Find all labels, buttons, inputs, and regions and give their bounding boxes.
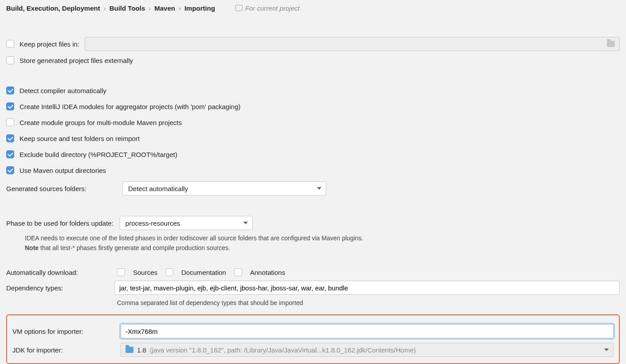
checkbox-keep-project-files[interactable] — [6, 40, 14, 48]
label-dl-sources: Sources — [133, 269, 157, 276]
checkbox-dl-documentation[interactable] — [165, 268, 173, 276]
select-phase[interactable]: process-resources — [120, 216, 253, 230]
checkbox-dl-annotations[interactable] — [234, 268, 242, 276]
phase-help-1: IDEA needs to execute one of the listed … — [25, 235, 620, 242]
jdk-version: 1.8 — [137, 346, 146, 354]
row-vm-options: VM options for importer: — [12, 324, 614, 338]
label-vm-options: VM options for importer: — [12, 328, 114, 335]
row-exclude-build: Exclude build directory (%PROJECT_ROOT%/… — [6, 148, 620, 161]
label-keep-source: Keep source and test folders on reimport — [20, 135, 140, 142]
row-auto-download: Automatically download: Sources Document… — [6, 268, 620, 276]
row-use-maven-output: Use Maven output directories — [6, 164, 620, 177]
checkbox-keep-source[interactable] — [6, 134, 14, 142]
input-keep-project-files-path[interactable] — [85, 37, 620, 51]
importer-highlight-box: VM options for importer: JDK for importe… — [6, 314, 620, 364]
hint-dependency-types: Comma separated list of dependency types… — [117, 299, 620, 306]
select-generated-sources[interactable]: Detect automatically — [122, 181, 326, 196]
label-auto-download: Automatically download: — [6, 269, 109, 276]
row-store-external: Store generated project files externally — [6, 54, 620, 67]
row-detect-compiler: Detect compiler automatically — [6, 84, 620, 97]
select-generated-sources-value: Detect automatically — [128, 185, 188, 192]
label-keep-project-files: Keep project files in: — [20, 40, 79, 48]
row-create-groups: Create module groups for multi-module Ma… — [6, 116, 620, 129]
breadcrumb-sep: › — [179, 4, 181, 12]
label-generated-sources: Generated sources folders: — [6, 185, 116, 192]
scope-label: For current project — [245, 4, 300, 12]
chevron-down-icon — [317, 187, 321, 190]
breadcrumb: Build, Execution, Deployment › Build Too… — [6, 4, 620, 12]
label-phase: Phase to be used for folders update: — [6, 219, 113, 227]
row-dependency-types: Dependency types: — [6, 281, 620, 295]
row-create-modules: Create IntelliJ IDEA modules for aggrega… — [6, 100, 620, 113]
input-dependency-types[interactable] — [114, 281, 620, 295]
checkbox-detect-compiler[interactable] — [6, 86, 14, 94]
label-use-maven-output: Use Maven output directories — [20, 167, 106, 174]
label-create-groups: Create module groups for multi-module Ma… — [20, 119, 182, 126]
checkbox-store-external[interactable] — [6, 56, 14, 64]
breadcrumb-seg-1[interactable]: Build Tools — [110, 4, 145, 12]
breadcrumb-sep: › — [104, 4, 106, 12]
checkbox-create-modules[interactable] — [6, 102, 14, 110]
label-dl-documentation: Documentation — [181, 269, 226, 276]
label-create-modules: Create IntelliJ IDEA modules for aggrega… — [20, 103, 240, 110]
jdk-detail: (java version "1.8.0_162", path: /Librar… — [150, 346, 416, 354]
checkbox-use-maven-output[interactable] — [6, 166, 14, 174]
checkbox-create-groups[interactable] — [6, 118, 14, 126]
breadcrumb-seg-2[interactable]: Maven — [154, 4, 175, 12]
label-detect-compiler: Detect compiler automatically — [20, 87, 106, 94]
project-scope-icon — [236, 6, 243, 11]
row-generated-sources: Generated sources folders: Detect automa… — [6, 181, 620, 196]
chevron-down-icon — [243, 222, 248, 224]
folder-icon[interactable] — [607, 41, 615, 47]
chevron-down-icon — [604, 348, 609, 351]
label-exclude-build: Exclude build directory (%PROJECT_ROOT%/… — [20, 151, 177, 158]
row-phase: Phase to be used for folders update: pro… — [6, 216, 620, 230]
row-keep-source: Keep source and test folders on reimport — [6, 132, 620, 145]
phase-note-word: Note — [25, 244, 39, 251]
breadcrumb-seg-3[interactable]: Importing — [184, 4, 215, 12]
label-dl-annotations: Annotations — [250, 269, 285, 276]
select-jdk-importer[interactable]: 1.8 (java version "1.8.0_162", path: /Li… — [121, 343, 614, 357]
label-dependency-types: Dependency types: — [6, 284, 108, 292]
checkbox-dl-sources[interactable] — [117, 268, 125, 276]
phase-help-2-text: that all test-* phases firstly generate … — [39, 244, 230, 251]
input-vm-options[interactable] — [121, 324, 614, 338]
scope-indicator: For current project — [236, 4, 300, 12]
phase-help-2: Note that all test-* phases firstly gene… — [25, 244, 620, 251]
breadcrumb-seg-0[interactable]: Build, Execution, Deployment — [6, 4, 100, 12]
checkbox-exclude-build[interactable] — [6, 150, 14, 158]
row-jdk-importer: JDK for importer: 1.8 (java version "1.8… — [12, 343, 614, 357]
select-phase-value: process-resources — [125, 219, 180, 227]
breadcrumb-sep: › — [149, 4, 151, 12]
label-jdk-importer: JDK for importer: — [12, 346, 114, 354]
label-store-external: Store generated project files externally — [20, 57, 133, 64]
row-keep-project-files: Keep project files in: — [6, 37, 620, 51]
jdk-folder-icon — [125, 347, 133, 353]
